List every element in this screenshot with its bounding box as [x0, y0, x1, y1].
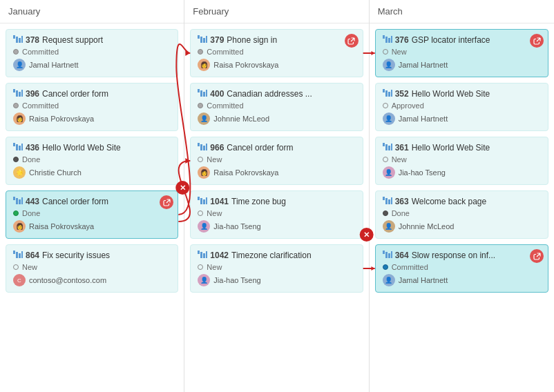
card-title-row: 1042Timezone clarification: [198, 251, 355, 260]
card-title-row: 379Phone sign in: [198, 35, 355, 45]
user-name: Raisa Pokrovskaya: [29, 115, 94, 123]
svg-rect-24: [198, 89, 200, 92]
card-title-row: 864Fix security issues: [13, 251, 171, 260]
status-text: New: [207, 263, 222, 271]
card-title: Cancel order form: [42, 89, 171, 99]
svg-rect-14: [19, 199, 21, 204]
card-status: Committed: [383, 263, 541, 271]
card-status: Committed: [13, 101, 171, 110]
svg-rect-21: [200, 37, 202, 43]
avatar: 👤: [198, 220, 210, 233]
card-378[interactable]: 378Request supportCommitted👤Jamal Hartne…: [6, 29, 178, 77]
user-name: Jamal Hartnett: [399, 61, 448, 69]
card-id: 376: [395, 35, 409, 45]
avatar: 🌟: [13, 166, 26, 179]
card-id: 1042: [210, 251, 229, 260]
card-1041[interactable]: 1041Time zone bugNew👤Jia-hao Tseng: [190, 190, 363, 239]
svg-rect-9: [16, 144, 18, 150]
card-status: Done: [13, 209, 171, 217]
svg-rect-44: [383, 89, 385, 92]
avatar: 👩: [13, 112, 26, 125]
card-title: Time zone bug: [231, 197, 356, 206]
bars-icon: [13, 35, 23, 43]
card-363[interactable]: 363Welcome back pageDone👤Johnnie McLeod: [375, 190, 548, 239]
card-title: Fix security issues: [42, 251, 171, 260]
card-status: Done: [383, 209, 541, 217]
svg-rect-34: [203, 199, 205, 204]
user-name: Jia-hao Tseng: [399, 168, 446, 177]
card-352[interactable]: 352Hello World Web SiteApproved👤Jamal Ha…: [375, 83, 548, 131]
svg-rect-0: [13, 35, 15, 39]
card-396[interactable]: 396Cancel order formCommitted👩Raisa Pokr…: [6, 83, 178, 131]
card-title: Cancel order form: [227, 143, 355, 153]
status-dot: [198, 103, 203, 108]
svg-rect-13: [16, 198, 18, 204]
user-name: Jia-hao Tseng: [213, 276, 260, 284]
card-title-row: 361Hello World Web Site: [383, 143, 541, 153]
status-dot: [198, 210, 203, 216]
card-title: Phone sign in: [227, 35, 355, 45]
svg-rect-16: [13, 251, 15, 254]
link-icon[interactable]: [345, 34, 359, 48]
card-436[interactable]: 436Hello World Web SiteDone🌟Christie Chu…: [6, 137, 178, 185]
status-text: Committed: [22, 101, 59, 110]
link-icon[interactable]: [530, 34, 544, 48]
user-name: Jia-hao Tseng: [213, 222, 260, 231]
card-443[interactable]: 443Cancel order formDone👩Raisa Pokrovska…: [6, 190, 178, 239]
svg-rect-56: [383, 251, 385, 254]
svg-rect-3: [21, 36, 23, 43]
svg-rect-1: [16, 37, 18, 43]
avatar: 👩: [13, 220, 26, 233]
card-864[interactable]: 864Fix security issuesNewCcontoso@contos…: [6, 244, 178, 293]
svg-rect-7: [21, 90, 23, 97]
svg-rect-43: [391, 36, 392, 43]
card-379[interactable]: 379Phone sign inCommitted👩Raisa Pokrovsk…: [190, 29, 363, 77]
card-id: 436: [26, 143, 39, 153]
svg-rect-18: [19, 253, 21, 258]
svg-rect-49: [385, 144, 388, 150]
status-dot: [383, 264, 388, 270]
card-title-row: 364Slow response on inf...: [383, 251, 541, 260]
card-966[interactable]: 966Cancel order formNew👩Raisa Pokrovskay…: [190, 137, 363, 185]
avatar: 👤: [383, 112, 395, 125]
card-title: Timezone clarification: [231, 251, 356, 260]
card-status: New: [383, 155, 541, 164]
bars-icon: [13, 197, 23, 204]
avatar: C: [13, 274, 26, 286]
link-icon[interactable]: [160, 195, 173, 209]
card-user: 👤Jamal Hartnett: [13, 59, 171, 71]
svg-rect-57: [385, 252, 388, 258]
status-text: Committed: [22, 48, 59, 56]
card-id: 352: [395, 89, 409, 99]
card-title: Welcome back page: [412, 197, 541, 206]
col-body-january: 378Request supportCommitted👤Jamal Hartne…: [0, 23, 184, 392]
card-id: 361: [395, 143, 409, 153]
card-361[interactable]: 361Hello World Web SiteNew👤Jia-hao Tseng: [375, 137, 548, 185]
avatar: 👤: [383, 220, 395, 233]
card-400[interactable]: 400Canadian addresses ...Committed👤Johnn…: [190, 83, 363, 131]
user-name: Jamal Hartnett: [399, 115, 448, 123]
svg-rect-5: [16, 90, 18, 97]
svg-rect-54: [388, 199, 390, 204]
svg-rect-50: [388, 146, 390, 150]
card-title: Cancel order form: [42, 197, 171, 206]
svg-rect-29: [200, 144, 202, 150]
card-status: Committed: [198, 101, 355, 110]
svg-rect-42: [388, 38, 390, 43]
svg-rect-36: [198, 251, 200, 254]
status-dot: [198, 157, 203, 162]
status-dot: [198, 49, 203, 55]
svg-rect-58: [388, 253, 390, 258]
avatar: 👤: [198, 112, 210, 125]
svg-rect-23: [206, 36, 207, 43]
link-icon[interactable]: [530, 249, 544, 263]
card-status: New: [13, 263, 171, 271]
status-dot: [13, 49, 19, 55]
card-id: 363: [395, 197, 409, 206]
card-1042[interactable]: 1042Timezone clarificationNew👤Jia-hao Ts…: [190, 244, 363, 293]
avatar: 👤: [383, 166, 395, 179]
card-title: Request support: [42, 35, 171, 45]
card-376[interactable]: 376GSP locator interfaceNew👤Jamal Hartne…: [375, 29, 548, 77]
card-title: Hello World Web Site: [412, 89, 541, 99]
card-364[interactable]: 364Slow response on inf...Committed👤Jama…: [375, 244, 548, 293]
